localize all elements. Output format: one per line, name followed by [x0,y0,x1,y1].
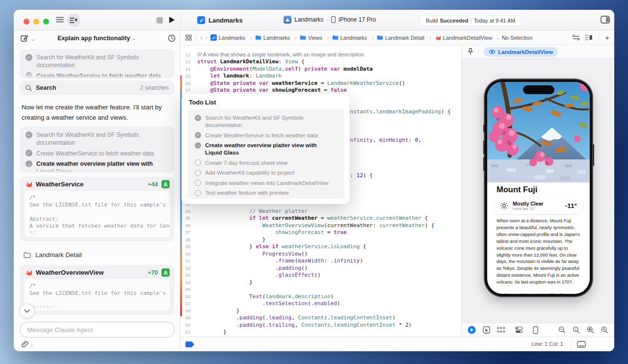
zoom-fit-icon[interactable] [587,326,594,334]
claude-agent-panel: ⌄ Explain app functionality ⌄ ✓ Search f… [14,30,181,351]
jump-bar: ‹ › Landmarks Landmarks Views Landmarks … [181,30,614,45]
scm-added-badge: A [161,268,170,277]
breadcrumb-folder[interactable]: Landmarks [332,35,377,41]
selectable-mode-button[interactable] [483,326,490,334]
breadcrumb-folder[interactable]: Landmarks [255,35,300,41]
xcode-project-icon [197,16,205,24]
line-col-indicator[interactable]: Line: 1 Col: 1 [531,341,563,347]
sun-icon [500,202,508,210]
run-button[interactable] [169,16,175,24]
claude-agent-toggle-button[interactable] [67,14,80,27]
weather-temperature: -11° [565,202,577,209]
landmark-description: When seen at a distance, Mount Fuji pres… [497,217,582,294]
eye-icon [489,50,496,54]
breadcrumb-selection[interactable]: No Selection [502,35,532,41]
search-icon [26,85,32,91]
arrow-icon: → [195,142,201,149]
agent-action-selector[interactable]: Explain app functionality ⌄ [14,35,180,42]
canvas-top-bar: LandmarkDetailView [462,46,614,58]
mount-fuji-photo [487,82,590,182]
breadcrumb-folder[interactable]: Views [300,35,332,41]
lines-added: +70 [148,269,158,276]
sparkle-glyph [74,18,78,22]
task-card: ✓ Search for WeatherKit and SF Symbols d… [20,49,175,78]
task-item: ✓ Create WeatherService to fetch weather… [20,148,175,159]
preview-device-button[interactable] [533,326,538,334]
code-review-icon[interactable] [572,34,580,41]
phone-volume-up-button [483,140,485,154]
svg-text:1: 1 [575,328,576,331]
build-status[interactable]: Build Succeeded | Today at 9:41 AM [419,15,522,26]
pin-icon[interactable] [468,48,473,55]
forward-chevron-icon[interactable]: › [205,34,207,41]
minimap-icon[interactable] [585,34,593,41]
weather-platter[interactable]: Mostly Clear Feels like -11° -11° [494,198,583,214]
add-editor-icon[interactable]: + [605,33,609,42]
breakpoint-tag-icon[interactable] [185,341,194,347]
chevron-separator-icon: › [326,17,328,23]
preview-canvas: Mount Fuji Mostly Clear Feels like -11° … [462,58,614,323]
landmark-title: Mount Fuji [497,185,537,194]
editor-options-icon[interactable] [577,341,586,348]
circle-icon [195,159,201,166]
weather-feels-like: Feels like -11° [513,207,543,211]
todo-item: ✓ Search for WeatherKit and SF Symbols d… [190,113,342,130]
swift-icon [25,269,32,276]
swift-icon [434,34,441,41]
phone-volume-down-button [483,157,485,171]
breadcrumb: Landmarks Landmarks Views Landmarks Land… [210,34,570,41]
file-card-weatherservice[interactable]: WeatherService +44 A /*See the LICENSE.t… [20,177,175,241]
todo-item: Test weather feature with preview [190,188,342,198]
device-settings-button[interactable] [515,326,523,334]
preview-tab-pill[interactable]: LandmarkDetailView [484,47,558,57]
close-window-button[interactable] [24,19,29,25]
iphone-preview[interactable]: Mount Fuji Mostly Clear Feels like -11° … [485,79,592,296]
scheme-selector[interactable]: Landmarks › iPhone 17 Pro [284,16,376,24]
todo-list-popover: Todo List ✓ Search for WeatherKit and SF… [182,93,350,204]
dynamic-island [523,85,554,94]
live-preview-button[interactable] [468,326,476,334]
phone-action-button [483,125,485,132]
attachment-paperclip-icon[interactable] [22,340,28,348]
file-name: WeatherOverviewView [36,269,144,276]
check-icon: ✓ [195,115,201,121]
folder-icon [300,35,306,40]
zoom-in-icon[interactable] [601,326,608,334]
agent-message-input[interactable] [20,322,175,338]
weather-condition: Mostly Clear [513,201,543,207]
lines-added: +44 [148,181,158,188]
scroll-to-bottom-button[interactable] [20,304,34,318]
todo-item: Integrate weather views into LandmarkDet… [190,178,342,188]
canvas-toolbar: 1 [462,323,614,337]
search-activity-row[interactable]: Search 2 searches [20,80,175,95]
folder-icon [332,35,339,40]
task-card: ✓ Search for WeatherKit and SF Symbols d… [20,127,175,173]
history-clock-icon[interactable] [168,34,176,42]
search-label: Search [36,84,136,91]
zoom-window-button[interactable] [43,19,49,25]
related-items-icon[interactable] [185,34,192,41]
file-card-weatheroverviewview[interactable]: WeatherOverviewView +70 A /*See the LICE… [20,265,175,315]
zoom-out-icon[interactable] [558,326,566,334]
folder-icon [24,252,31,258]
attachment-chevron-icon[interactable]: ⌄ [30,342,34,347]
folder-icon [377,35,383,40]
swift-icon [25,181,32,188]
project-title: Landmarks [197,16,242,24]
search-count: 2 searches [140,84,169,91]
circle-icon [195,170,201,176]
chevron-down-icon [24,309,30,313]
stop-button[interactable] [157,17,163,24]
minimize-window-button[interactable] [33,19,39,25]
breadcrumb-project[interactable]: Landmarks [210,34,255,41]
navigator-list-icon[interactable] [56,16,64,23]
back-chevron-icon[interactable]: ‹ [200,34,202,41]
circle-icon [195,180,201,186]
breadcrumb-folder[interactable]: Landmark Detail [377,35,434,41]
variants-button[interactable] [497,327,505,333]
breadcrumb-file[interactable]: LandmarkDetailView [434,34,502,41]
phone-power-button [593,144,594,166]
group-row-landmark-detail: Landmark Detail [24,251,82,259]
inspector-toggle-icon[interactable] [601,16,610,24]
zoom-100-icon[interactable]: 1 [573,326,580,334]
